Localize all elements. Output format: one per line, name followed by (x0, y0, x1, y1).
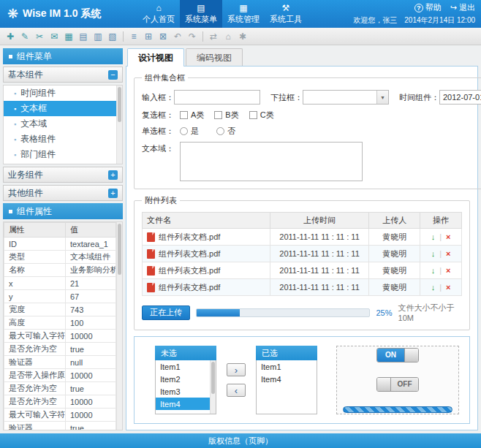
table-row[interactable]: 高度100 (4, 316, 116, 330)
checkbox[interactable] (249, 111, 257, 119)
list-item[interactable]: Item1 (156, 360, 210, 373)
table-row[interactable]: x21 (4, 277, 116, 290)
delete-icon[interactable]: × (446, 232, 450, 241)
add-icon[interactable]: ✚ (4, 31, 16, 42)
scrollbar-thumb[interactable] (211, 362, 215, 394)
table-row[interactable]: 是否允许为空true (4, 343, 116, 356)
list-item[interactable]: Item2 (156, 373, 210, 385)
list-item-department-component[interactable]: ▪ 部门组件 (4, 147, 116, 162)
toggle-handle[interactable] (377, 378, 391, 391)
list-item-textarea[interactable]: ▪ 文本域 (4, 116, 116, 132)
logout-button[interactable]: ↪ 退出 (450, 2, 475, 13)
prop-value[interactable]: true (66, 343, 116, 356)
redo-icon[interactable]: ↷ (186, 31, 198, 42)
checkbox-option-a[interactable]: A类 (180, 110, 204, 121)
table-row[interactable]: y67 (4, 290, 116, 303)
file-name[interactable]: 组件列表文档.pdf (159, 282, 220, 293)
prop-value[interactable]: 67 (66, 290, 116, 303)
tab-code-view[interactable]: 编码视图 (186, 48, 243, 67)
window-new-icon[interactable]: ⊞ (143, 31, 154, 42)
table-row[interactable]: 是否带入操作原因10000 (4, 369, 116, 382)
columns-icon[interactable]: ▥ (92, 31, 104, 42)
grid-icon[interactable]: ▦ (63, 31, 75, 42)
list-item[interactable]: Item1 (257, 360, 317, 373)
prop-value[interactable]: textarea_1 (66, 238, 116, 251)
table-row[interactable]: IDtextarea_1 (4, 238, 116, 251)
table-icon[interactable]: ▤ (77, 31, 89, 42)
prop-value[interactable]: true (66, 422, 116, 431)
table-row[interactable]: 是否允许为空true (4, 382, 116, 395)
checkbox-option-c[interactable]: C类 (249, 110, 274, 121)
chart-icon[interactable]: ▧ (107, 31, 118, 42)
delete-icon[interactable]: × (446, 249, 450, 258)
accordion-basic-components[interactable]: 基本组件 − (3, 67, 123, 83)
move-left-button[interactable]: ‹ (227, 384, 246, 397)
date-input[interactable] (440, 93, 481, 102)
radio-button[interactable] (216, 127, 224, 135)
cut-icon[interactable]: ✂ (34, 31, 45, 42)
table-row[interactable]: 最大可输入字符数10000 (4, 330, 116, 343)
prop-value[interactable]: 743 (66, 303, 116, 316)
table-row[interactable]: 宽度743 (4, 303, 116, 316)
radio-option-yes[interactable]: 是 (180, 126, 199, 137)
accordion-business-components[interactable]: 业务组件 + (3, 167, 123, 183)
prop-value[interactable]: 10000 (66, 395, 116, 409)
help-button[interactable]: ? 帮助 (414, 2, 442, 13)
scrollbar-thumb[interactable] (118, 224, 121, 275)
delete-icon[interactable]: × (446, 266, 450, 275)
delete-icon[interactable]: × (446, 283, 450, 292)
window-close-icon[interactable]: ⊠ (157, 31, 169, 42)
list-item-table-component[interactable]: ▪ 表格组件 (4, 132, 116, 147)
textarea-field[interactable] (180, 142, 363, 181)
text-input[interactable] (174, 90, 260, 105)
nav-item-system-manage[interactable]: ▦ 系统管理 (222, 0, 265, 28)
table-row[interactable]: 验证器true (4, 422, 116, 431)
prop-value[interactable]: null (66, 356, 116, 369)
radio-option-no[interactable]: 否 (216, 126, 235, 137)
list-item[interactable]: Item3 (156, 385, 210, 398)
list-item[interactable]: Item4 (257, 373, 317, 385)
checkbox[interactable] (180, 111, 188, 119)
settings-icon[interactable]: ✱ (237, 31, 249, 42)
file-name[interactable]: 组件列表文档.pdf (159, 265, 220, 276)
accordion-other-components[interactable]: 其他组件 + (3, 185, 123, 201)
edit-icon[interactable]: ✎ (19, 31, 31, 42)
prop-value[interactable]: 文本域组件 (66, 251, 116, 264)
tab-design-view[interactable]: 设计视图 (127, 48, 184, 67)
prop-value[interactable]: 100 (66, 316, 116, 330)
prop-value[interactable]: 10000 (66, 409, 116, 422)
date-picker[interactable]: ▦ (439, 90, 481, 105)
prop-value[interactable]: true (66, 382, 116, 395)
scrollbar[interactable] (116, 222, 122, 430)
list-icon[interactable]: ≡ (128, 31, 140, 42)
caret-down-icon[interactable]: ▼ (376, 91, 388, 104)
download-icon[interactable]: ↓ (431, 232, 436, 241)
uploading-button[interactable]: 正在上传 (142, 305, 190, 320)
toggle-on-switch[interactable]: ON (376, 348, 419, 362)
toggle-handle[interactable] (404, 349, 418, 362)
prop-value[interactable]: 21 (66, 277, 116, 290)
scrollbar[interactable] (210, 360, 216, 414)
expand-icon[interactable]: + (108, 170, 118, 180)
home-shortcut-icon[interactable]: ⌂ (222, 31, 234, 42)
prop-value[interactable]: 业务影响分析说明 (66, 264, 116, 277)
list-item-time-component[interactable]: ▪ 时间组件 (4, 86, 116, 101)
table-row[interactable]: 最大可输入字符数10000 (4, 409, 116, 422)
scrollbar-thumb[interactable] (118, 87, 121, 122)
undo-icon[interactable]: ↶ (172, 31, 183, 42)
collapse-icon[interactable]: − (108, 70, 118, 80)
radio-button[interactable] (180, 127, 188, 135)
file-name[interactable]: 组件列表文档.pdf (159, 248, 220, 259)
nav-item-home[interactable]: ⌂ 个人首页 (137, 0, 180, 28)
download-icon[interactable]: ↓ (431, 283, 436, 292)
expand-icon[interactable]: + (108, 189, 118, 198)
file-name[interactable]: 组件列表文档.pdf (159, 232, 220, 243)
prop-value[interactable]: 10000 (66, 330, 116, 343)
toggle-off-switch[interactable]: OFF (376, 377, 419, 392)
list-item-textbox[interactable]: ▪ 文本框 (4, 101, 116, 116)
list-item-selected[interactable]: Item4 (156, 398, 210, 410)
nav-item-system-menu[interactable]: ▤ 系统菜单 (180, 0, 222, 28)
checkbox-option-b[interactable]: B类 (214, 110, 238, 121)
prop-value[interactable]: 10000 (66, 369, 116, 382)
scrollbar[interactable] (116, 86, 122, 164)
